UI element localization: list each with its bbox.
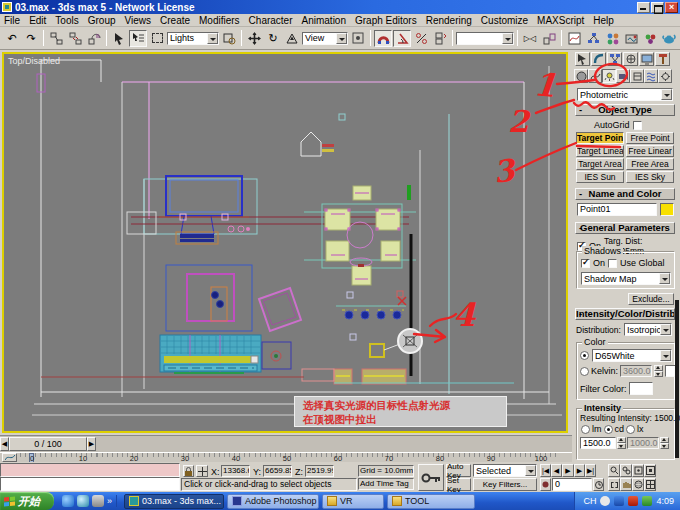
- close-button[interactable]: [665, 2, 678, 13]
- tab-motion[interactable]: [623, 52, 638, 66]
- ati-tray-icon[interactable]: [628, 496, 638, 506]
- free-linear-button[interactable]: Free Linear: [626, 145, 674, 157]
- region-zoom-icon[interactable]: [608, 478, 620, 491]
- select-and-scale-icon[interactable]: [283, 30, 301, 47]
- macro-recorder-pane[interactable]: [0, 463, 180, 477]
- listener-pane[interactable]: [0, 477, 180, 491]
- bind-to-spacewarp-icon[interactable]: [85, 30, 103, 47]
- start-button[interactable]: 开始: [0, 492, 54, 510]
- min-max-toggle-icon[interactable]: [644, 478, 656, 491]
- mirror-icon[interactable]: ▷◁: [521, 30, 539, 47]
- arc-rotate-icon[interactable]: [632, 478, 644, 491]
- snap-toggle-icon[interactable]: [374, 30, 392, 47]
- use-center-icon[interactable]: [349, 30, 367, 47]
- filter-color-swatch[interactable]: [629, 382, 653, 395]
- menu-create[interactable]: Create: [160, 15, 190, 26]
- exclude-button[interactable]: Exclude...: [628, 293, 674, 305]
- window-crossing-icon[interactable]: [220, 30, 238, 47]
- ies-sky-button[interactable]: IES Sky: [626, 171, 674, 183]
- menu-edit[interactable]: Edit: [29, 15, 46, 26]
- mini-curve-editor-icon[interactable]: [2, 453, 17, 462]
- volume-tray-icon[interactable]: [600, 496, 610, 506]
- rollout-name-color[interactable]: Name and Color: [575, 188, 675, 200]
- shadow-on-checkbox[interactable]: [581, 259, 590, 268]
- category-lights[interactable]: [602, 69, 616, 83]
- target-point-light[interactable]: [398, 329, 422, 353]
- go-to-start-icon[interactable]: |◀: [540, 464, 551, 477]
- chevron-more-icon[interactable]: »: [107, 496, 112, 506]
- kelvin-spinner[interactable]: [654, 365, 663, 377]
- zoom-all-icon[interactable]: [620, 464, 632, 477]
- browser-icon[interactable]: [77, 495, 89, 507]
- tab-display[interactable]: [639, 52, 654, 66]
- y-field[interactable]: 6659.85: [263, 465, 292, 477]
- task-3dsmax[interactable]: 03.max - 3ds max...: [124, 494, 224, 509]
- menu-views[interactable]: Views: [125, 15, 152, 26]
- key-mode-toggle-icon[interactable]: [540, 478, 551, 491]
- play-icon[interactable]: ▶: [562, 464, 574, 477]
- absolute-offset-icon[interactable]: [196, 465, 208, 477]
- zoom-extents-all-icon[interactable]: [644, 464, 656, 477]
- percent-snap-icon[interactable]: [412, 30, 430, 47]
- time-prev-arrow[interactable]: ◀: [0, 437, 9, 451]
- maximize-button[interactable]: [651, 2, 664, 13]
- free-point-button[interactable]: Free Point: [626, 132, 674, 144]
- time-slider-handle[interactable]: 0 / 100: [9, 437, 87, 451]
- chevron-down-icon[interactable]: [336, 33, 347, 44]
- category-space-warps[interactable]: [644, 69, 658, 83]
- key-filters-button[interactable]: Key Filters...: [473, 478, 537, 491]
- intensity-lx-field[interactable]: 1000.0: [627, 437, 659, 449]
- category-systems[interactable]: [658, 69, 672, 83]
- intensity-spinner[interactable]: [617, 437, 626, 449]
- target-area-button[interactable]: Target Area: [576, 158, 624, 170]
- use-global-checkbox[interactable]: [608, 259, 617, 268]
- panel-scrollbar[interactable]: [675, 300, 679, 458]
- selected-dropdown[interactable]: Selected: [473, 464, 537, 477]
- rollout-intensity-color[interactable]: Intensity/Color/Distribution: [575, 308, 675, 320]
- select-and-link-icon[interactable]: [47, 30, 65, 47]
- menu-customize[interactable]: Customize: [481, 15, 528, 26]
- rollout-object-type[interactable]: Object Type: [575, 104, 675, 116]
- chevron-down-icon[interactable]: [661, 89, 672, 100]
- time-next-arrow[interactable]: ▶: [87, 437, 96, 451]
- reference-coordinate-dropdown[interactable]: View: [302, 32, 348, 45]
- schematic-view-icon[interactable]: [584, 30, 602, 47]
- add-time-tag[interactable]: Add Time Tag: [358, 478, 414, 490]
- select-and-move-icon[interactable]: [245, 30, 263, 47]
- show-desktop-icon[interactable]: [92, 495, 104, 507]
- chevron-down-icon[interactable]: [207, 33, 218, 44]
- selection-region-icon[interactable]: [148, 30, 166, 47]
- shadow-type-dropdown[interactable]: Shadow Map: [581, 272, 671, 285]
- lm-radio[interactable]: [581, 425, 590, 434]
- select-by-name-icon[interactable]: [129, 30, 147, 47]
- category-geometry[interactable]: [574, 69, 588, 83]
- object-color-swatch[interactable]: [660, 203, 674, 216]
- preset-radio[interactable]: [580, 351, 589, 360]
- category-helpers[interactable]: [630, 69, 644, 83]
- unlink-selection-icon[interactable]: [66, 30, 84, 47]
- viewport-top[interactable]: Top/Disabled 选择真实光源的目标性点射光源 在顶视图中拉出: [2, 52, 568, 433]
- spinner-snap-icon[interactable]: [431, 30, 449, 47]
- x-field[interactable]: 13368.68: [221, 465, 250, 477]
- selection-lock-icon[interactable]: [183, 465, 194, 477]
- go-to-end-icon[interactable]: ▶|: [585, 464, 596, 477]
- material-editor-icon[interactable]: [603, 30, 621, 47]
- time-configuration-icon[interactable]: [593, 478, 604, 491]
- menu-maxscript[interactable]: MAXScript: [537, 15, 584, 26]
- menu-animation[interactable]: Animation: [302, 15, 346, 26]
- category-shapes[interactable]: [588, 69, 602, 83]
- ie-icon[interactable]: [62, 495, 74, 507]
- ies-sun-button[interactable]: IES Sun: [576, 171, 624, 183]
- tab-modify[interactable]: [591, 52, 606, 66]
- distribution-dropdown[interactable]: Isotropic: [624, 323, 672, 336]
- target-point-button[interactable]: Target Point: [576, 132, 624, 144]
- select-object-icon[interactable]: [110, 30, 128, 47]
- chevron-down-icon[interactable]: [660, 350, 671, 361]
- task-photoshop[interactable]: Adobe Photoshop: [227, 494, 319, 509]
- viewport-label[interactable]: Top/Disabled: [8, 56, 60, 66]
- light-type-dropdown[interactable]: Photometric: [577, 88, 673, 101]
- angle-snap-icon[interactable]: [393, 30, 411, 47]
- undo-icon[interactable]: ↶: [3, 30, 21, 47]
- menu-modifiers[interactable]: Modifiers: [199, 15, 240, 26]
- previous-frame-icon[interactable]: ◀: [551, 464, 562, 477]
